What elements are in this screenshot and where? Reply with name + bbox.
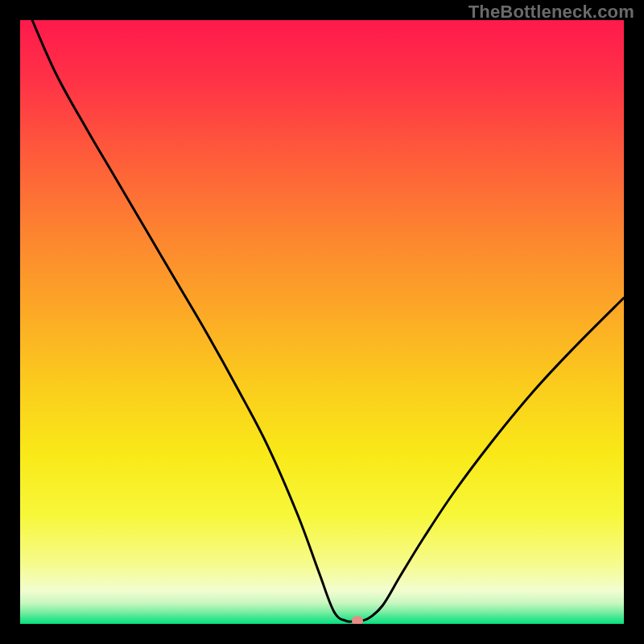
optimal-marker	[352, 616, 363, 624]
plot-area	[20, 20, 624, 624]
attribution-label: TheBottleneck.com	[469, 2, 634, 23]
chart-frame: TheBottleneck.com	[0, 0, 644, 644]
bottleneck-curve	[20, 20, 624, 624]
